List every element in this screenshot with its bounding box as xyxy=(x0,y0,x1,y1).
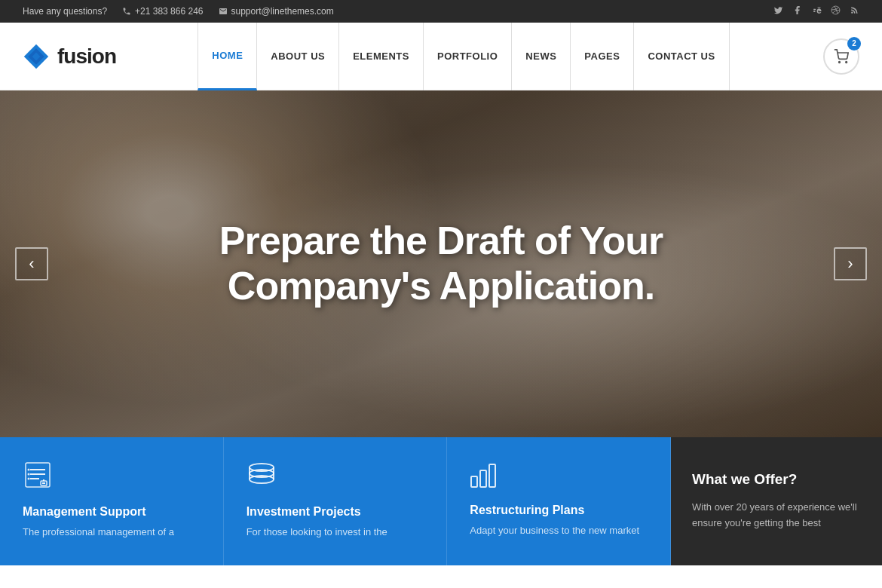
question-text: Have any questions? xyxy=(23,6,107,17)
offer-desc: With over 20 years of experience we'll e… xyxy=(692,500,861,531)
nav-elements[interactable]: ELEMENTS xyxy=(339,23,424,90)
facebook-icon[interactable] xyxy=(792,5,802,17)
feature-management-desc: The professional management of a xyxy=(23,525,174,540)
cart-button[interactable]: 2 xyxy=(823,38,859,75)
logo-text: fusion xyxy=(57,44,116,69)
svg-point-11 xyxy=(28,473,30,476)
hero-title: Prepare the Draft of Your Company's Appl… xyxy=(133,219,750,309)
arrow-right-icon: › xyxy=(847,254,853,274)
feature-restructuring-desc: Adapt your business to the new market xyxy=(470,523,639,538)
feature-investment-title: Investment Projects xyxy=(247,505,361,519)
cart-icon xyxy=(834,49,849,64)
nav-home[interactable]: HOME xyxy=(198,23,257,90)
header: fusion HOME ABOUT US ELEMENTS PORTFOLIO … xyxy=(0,23,882,90)
feature-management-title: Management Support xyxy=(23,505,146,519)
logo-diamond-icon xyxy=(23,43,50,70)
svg-rect-23 xyxy=(489,464,495,487)
hero-slider: ‹ Prepare the Draft of Your Company's Ap… xyxy=(0,90,882,437)
top-bar: Have any questions? +21 383 866 246 supp… xyxy=(0,0,882,23)
feature-management: Management Support The professional mana… xyxy=(0,437,224,565)
svg-point-5 xyxy=(846,61,847,63)
phone-icon xyxy=(122,7,131,16)
svg-point-12 xyxy=(28,478,30,480)
slider-next-button[interactable]: › xyxy=(834,247,867,280)
svg-rect-21 xyxy=(471,476,477,487)
nav-portfolio[interactable]: PORTFOLIO xyxy=(424,23,512,90)
offer-panel: What we Offer? With over 20 years of exp… xyxy=(671,437,882,565)
feature-restructuring-title: Restructuring Plans xyxy=(470,504,584,517)
twitter-icon[interactable] xyxy=(773,5,783,17)
svg-point-10 xyxy=(28,469,30,471)
rss-icon[interactable] xyxy=(850,5,859,17)
feature-investment-desc: For those looking to invest in the xyxy=(247,525,387,540)
feature-restructuring: Restructuring Plans Adapt your business … xyxy=(447,437,671,565)
email-info: support@linethemes.com xyxy=(219,6,334,17)
nav-pages[interactable]: PAGES xyxy=(571,23,634,90)
nav-about[interactable]: ABOUT US xyxy=(257,23,339,90)
arrow-left-icon: ‹ xyxy=(29,254,34,274)
logo[interactable]: fusion xyxy=(23,43,116,70)
hero-content: Prepare the Draft of Your Company's Appl… xyxy=(133,219,750,309)
feature-investment: Investment Projects For those looking to… xyxy=(224,437,448,565)
phone-info: +21 383 866 246 xyxy=(122,6,203,17)
restructuring-icon xyxy=(470,460,497,493)
nav-news[interactable]: NEWS xyxy=(512,23,571,90)
investment-icon xyxy=(247,460,277,495)
email-icon xyxy=(219,7,228,16)
top-bar-social xyxy=(773,5,859,17)
behance-icon[interactable] xyxy=(811,5,822,17)
svg-point-4 xyxy=(839,61,841,63)
top-bar-left: Have any questions? +21 383 866 246 supp… xyxy=(23,6,334,17)
svg-rect-22 xyxy=(480,470,486,487)
dribbble-icon[interactable] xyxy=(831,5,841,17)
management-icon xyxy=(23,460,53,495)
main-nav: HOME ABOUT US ELEMENTS PORTFOLIO NEWS PA… xyxy=(198,23,729,90)
nav-contact[interactable]: CONTACT US xyxy=(634,23,729,90)
features-bar: Management Support The professional mana… xyxy=(0,437,882,565)
offer-title: What we Offer? xyxy=(692,471,861,488)
cart-badge: 2 xyxy=(847,37,861,51)
slider-prev-button[interactable]: ‹ xyxy=(15,247,48,280)
